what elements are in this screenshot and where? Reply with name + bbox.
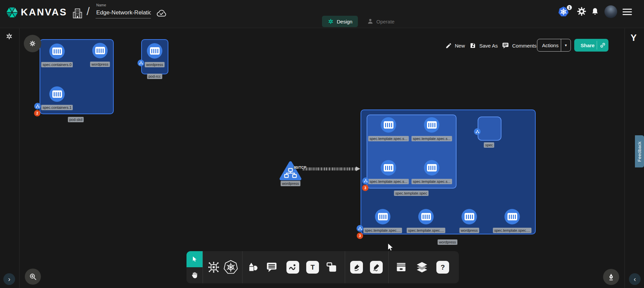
node-wordpress-container[interactable] <box>147 43 162 59</box>
user-avatar[interactable] <box>604 5 617 18</box>
connection-icon[interactable] <box>357 225 363 232</box>
node-wordpress-container[interactable] <box>462 209 477 224</box>
drawer-icon <box>395 261 407 273</box>
new-button[interactable]: New <box>445 40 465 52</box>
freehand-draw-tool-button[interactable] <box>370 261 383 274</box>
node-label: wordpress <box>90 62 110 67</box>
node-label: spec.containers.1 <box>41 105 73 110</box>
save-as-button[interactable]: Save As <box>470 40 498 52</box>
toolbar-divider <box>203 251 203 283</box>
container-icon <box>52 90 62 98</box>
edge-port-label: 80/TCP <box>294 165 306 169</box>
chip-icon <box>207 261 220 274</box>
node-template-container[interactable] <box>381 160 396 175</box>
group-spec-template-spec[interactable] <box>367 115 457 189</box>
node-label: wordpress <box>460 228 479 233</box>
frame-icon <box>325 261 338 274</box>
issue-count-badge[interactable]: 3 <box>357 233 363 239</box>
meshery-swirl-icon[interactable] <box>5 32 13 40</box>
node-label: wordpress <box>281 181 301 186</box>
issue-count-badge[interactable]: 3 <box>362 185 369 191</box>
node-label: spec.template.spec.... <box>493 228 532 233</box>
menu-hamburger-icon[interactable] <box>623 9 632 17</box>
comment-icon <box>502 42 509 49</box>
node-label: wordpress <box>145 62 165 67</box>
select-tool-button[interactable] <box>186 251 203 267</box>
kanvas-logo-icon[interactable] <box>5 6 19 19</box>
new-label: New <box>455 43 465 49</box>
text-tool-button[interactable]: T <box>306 261 319 274</box>
yaml-panel-toggle[interactable]: Y <box>631 33 637 43</box>
toolbar-divider <box>388 251 389 283</box>
actions-dropdown-button[interactable]: Actions ▾ <box>537 39 571 52</box>
image-tool-button[interactable] <box>286 261 299 274</box>
notifications-bell-icon[interactable] <box>591 7 599 16</box>
copy-link-icon[interactable] <box>599 42 606 49</box>
connection-icon[interactable] <box>138 60 144 66</box>
container-icon <box>384 121 393 129</box>
drawer-tool-button[interactable] <box>395 261 407 273</box>
group-label: wordpress <box>438 239 458 245</box>
canvas-settings-button[interactable] <box>24 35 41 52</box>
connection-icon[interactable] <box>34 103 41 110</box>
kubernetes-tool-button[interactable] <box>223 260 238 275</box>
connection-icon[interactable] <box>362 177 369 184</box>
components-tool-button[interactable] <box>207 261 220 274</box>
container-icon <box>427 121 437 129</box>
layers-tool-button[interactable] <box>416 261 428 273</box>
container-icon <box>52 48 62 55</box>
top-bar: KANVAS / Name <box>0 0 644 28</box>
design-name-input[interactable] <box>96 9 151 18</box>
shapes-tool-button[interactable] <box>247 261 259 273</box>
tab-design[interactable]: Design <box>322 16 358 27</box>
node-label: spec.template.spec.s... <box>412 179 452 184</box>
actions-label: Actions <box>537 43 561 48</box>
tab-operate[interactable]: Operate <box>362 16 400 27</box>
issue-count-badge[interactable]: 2 <box>34 110 41 117</box>
container-icon <box>378 213 388 220</box>
logo-wordmark[interactable]: KANVAS <box>21 7 67 18</box>
layers-icon <box>416 261 428 273</box>
node-template-container[interactable] <box>375 209 390 224</box>
settings-gear-icon[interactable] <box>577 7 586 16</box>
node-service-wordpress[interactable] <box>279 160 302 181</box>
node-template-container[interactable] <box>381 117 396 133</box>
share-button[interactable]: Share <box>574 39 608 52</box>
node-wordpress-container[interactable] <box>92 43 108 58</box>
feedback-tab[interactable]: Feedback <box>635 135 644 167</box>
help-tool-button[interactable]: ? <box>436 261 449 274</box>
comments-button[interactable]: Comments <box>502 40 537 52</box>
connection-icon[interactable] <box>474 128 481 135</box>
pan-tool-button[interactable] <box>190 271 199 280</box>
node-spec-containers-0[interactable] <box>49 44 65 59</box>
shapes-icon <box>247 261 259 273</box>
tab-design-label: Design <box>337 19 353 24</box>
node-spec-containers-1[interactable] <box>49 86 65 102</box>
zoom-button[interactable] <box>25 269 41 285</box>
frame-tool-button[interactable] <box>325 261 338 274</box>
comments-label: Comments <box>512 43 537 49</box>
cursor-arrow-icon <box>191 256 198 263</box>
edge-service-to-deployment[interactable] <box>303 167 357 170</box>
design-pen-button[interactable] <box>603 269 619 285</box>
left-rail-divider <box>19 28 19 288</box>
operate-person-icon <box>367 18 374 25</box>
node-template-container[interactable] <box>424 160 439 175</box>
organization-icon[interactable] <box>72 7 83 20</box>
magnifier-plus-icon <box>29 273 37 281</box>
text-tool-glyph: T <box>306 261 319 274</box>
kanvas-app: KANVAS / Name <box>0 0 644 288</box>
cloud-saved-icon <box>155 8 168 18</box>
pencil-icon <box>445 43 452 49</box>
node-spec[interactable] <box>478 117 501 141</box>
image-icon <box>288 263 297 272</box>
expand-left-panel-button[interactable]: › <box>3 273 15 285</box>
node-template-container[interactable] <box>424 117 439 133</box>
edge-draw-tool-button[interactable] <box>350 261 363 274</box>
actions-caret-icon[interactable]: ▾ <box>561 43 571 48</box>
collapse-right-panel-button[interactable]: ‹ <box>629 273 641 285</box>
node-template-container[interactable] <box>504 209 520 224</box>
comment-tool-button[interactable] <box>266 261 278 273</box>
node-template-container[interactable] <box>418 209 434 224</box>
node-label: spec.template.spec.... <box>407 228 445 233</box>
